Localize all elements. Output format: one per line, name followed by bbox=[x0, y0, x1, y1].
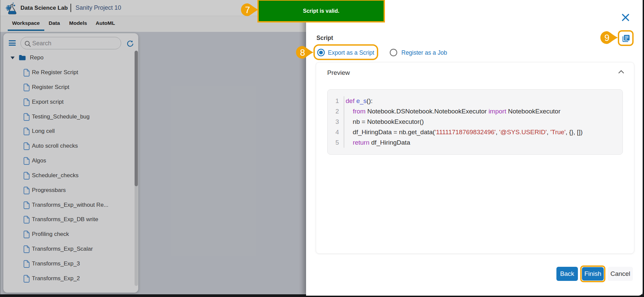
svg-text:7: 7 bbox=[245, 5, 250, 15]
svg-text:9: 9 bbox=[604, 33, 609, 43]
svg-text:8: 8 bbox=[300, 48, 305, 58]
